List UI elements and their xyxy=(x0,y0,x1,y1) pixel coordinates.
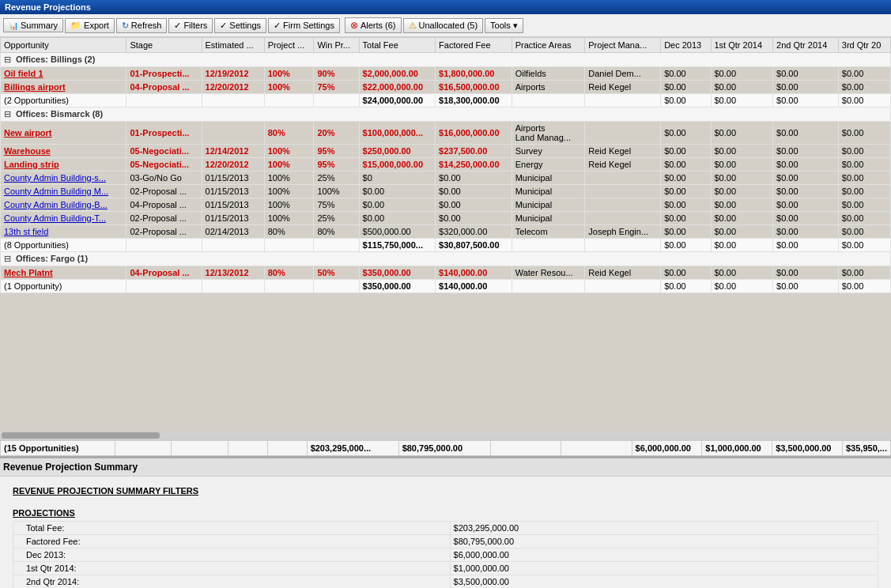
settings-icon: ✓ xyxy=(220,21,227,31)
projection-row-total-fee: Total Fee: $203,295,000.00 xyxy=(13,522,878,535)
total-fee-value: $203,295,000.00 xyxy=(450,522,878,535)
col-q1-2014: 1st Qtr 2014 xyxy=(711,38,773,53)
opportunity-link-billings-airport[interactable]: Billings airport xyxy=(4,82,66,92)
col-factored-fee: Factored Fee xyxy=(436,38,512,53)
subtotal-fargo: (1 Opportunity) $350,000.00 $140,000.00 … xyxy=(1,280,891,293)
opportunity-link-new-airport[interactable]: New airport xyxy=(4,128,52,138)
table-row: Landing strip 05-Negociati... 12/20/2012… xyxy=(1,158,891,172)
subtotal-billings: (2 Opportunities) $24,000,000.00 $18,300… xyxy=(1,94,891,107)
opportunity-link-county-t[interactable]: County Admin Building-T... xyxy=(4,213,106,223)
window-title: Revenue Projections xyxy=(0,0,891,14)
table-row: County Admin Building M... 02-Proposal .… xyxy=(1,185,891,198)
table-row: County Admin Building-B... 04-Proposal .… xyxy=(1,198,891,212)
col-total-fee: Total Fee xyxy=(359,38,436,53)
summary-icon: 📊 xyxy=(9,21,18,30)
horizontal-scrollbar[interactable] xyxy=(0,432,891,439)
col-manager: Project Mana... xyxy=(585,38,661,53)
refresh-button[interactable]: ↻ Refresh xyxy=(116,18,168,33)
group-fargo: ⊟ Offices: Fargo (1) xyxy=(1,252,891,266)
col-practice: Practice Areas xyxy=(512,38,585,53)
table-row: Mech Platnt 04-Proposal ... 12/13/2012 8… xyxy=(1,266,891,280)
settings-button[interactable]: ✓ Settings xyxy=(214,18,266,33)
projections-heading: PROJECTIONS xyxy=(13,508,878,518)
q1-2014-value: $1,000,000.00 xyxy=(450,562,878,575)
col-project: Project ... xyxy=(264,38,314,53)
table-row: Warehouse 05-Negociati... 12/14/2012 100… xyxy=(1,145,891,158)
col-win-pr: Win Pr... xyxy=(314,38,359,53)
summary-panel-title: Revenue Projection Summary xyxy=(0,458,891,477)
table-row: Oil field 1 01-Prospecti... 12/19/2012 1… xyxy=(1,67,891,81)
opportunity-link-county-m[interactable]: County Admin Building M... xyxy=(4,187,108,196)
projection-row-dec2013: Dec 2013: $6,000,000.00 xyxy=(13,548,878,562)
opportunity-link-landing-strip[interactable]: Landing strip xyxy=(4,160,59,169)
revenue-table: Opportunity Stage Estimated ... Project … xyxy=(0,37,891,293)
factored-fee-value: $80,795,000.00 xyxy=(450,535,878,548)
grand-q3-2014: $35,950,... xyxy=(843,441,891,456)
factored-fee-label: Factored Fee: xyxy=(13,535,451,548)
table-row: Billings airport 04-Proposal ... 12/20/2… xyxy=(1,81,891,94)
filters-button[interactable]: ✓ Filters xyxy=(168,18,213,33)
grand-q1-2014: $1,000,000.00 xyxy=(702,441,772,456)
refresh-icon: ↻ xyxy=(122,21,129,31)
opportunity-link-oilfield1[interactable]: Oil field 1 xyxy=(4,69,43,78)
col-estimated: Estimated ... xyxy=(202,38,264,53)
collapse-fargo-icon[interactable]: ⊟ xyxy=(4,254,11,263)
q2-2014-label: 2nd Qtr 2014: xyxy=(13,575,451,589)
grand-q2-2014: $3,500,000.00 xyxy=(772,441,843,456)
collapse-billings-icon[interactable]: ⊟ xyxy=(4,55,11,64)
col-q2-2014: 2nd Qtr 2014 xyxy=(773,38,839,53)
alert-icon: ⊗ xyxy=(350,20,358,31)
total-fee-label: Total Fee: xyxy=(13,522,451,535)
dec2013-value: $6,000,000.00 xyxy=(450,548,878,562)
opportunity-link-county-b[interactable]: County Admin Building-B... xyxy=(4,200,108,209)
projections-table: Total Fee: $203,295,000.00 Factored Fee:… xyxy=(13,521,878,588)
firm-settings-button[interactable]: ✓ Firm Settings xyxy=(268,18,340,33)
projection-row-q1-2014: 1st Qtr 2014: $1,000,000.00 xyxy=(13,562,878,575)
grand-total-label: (15 Opportunities) xyxy=(1,441,115,456)
grand-factored-fee: $80,795,000.00 xyxy=(398,441,490,456)
col-stage: Stage xyxy=(126,38,202,53)
tools-button[interactable]: Tools ▾ xyxy=(485,18,523,33)
export-button[interactable]: 📁 Export xyxy=(65,18,115,33)
col-dec2013: Dec 2013 xyxy=(661,38,711,53)
group-billings: ⊟ Offices: Billings (2) xyxy=(1,53,891,67)
dec2013-label: Dec 2013: xyxy=(13,548,451,562)
scrollbar-thumb[interactable] xyxy=(2,432,160,439)
export-icon: 📁 xyxy=(70,21,81,31)
main-table-container[interactable]: Opportunity Stage Estimated ... Project … xyxy=(0,37,891,432)
opportunity-link-county-s[interactable]: County Admin Building-s... xyxy=(4,173,106,183)
projection-row-q2-2014: 2nd Qtr 2014: $3,500,000.00 xyxy=(13,575,878,589)
q1-2014-label: 1st Qtr 2014: xyxy=(13,562,451,575)
grand-total-fee: $203,295,000... xyxy=(307,441,398,456)
grand-total-row: (15 Opportunities) $203,295,000... $80,7… xyxy=(1,441,891,456)
group-bismarck: ⊟ Offices: Bismarck (8) xyxy=(1,107,891,122)
summary-content: REVENUE PROJECTION SUMMARY FILTERS PROJE… xyxy=(6,483,885,588)
toolbar: 📊 Summary 📁 Export ↻ Refresh ✓ Filters ✓… xyxy=(0,14,891,37)
grand-dec2013: $6,000,000.00 xyxy=(632,441,702,456)
table-row: New airport 01-Prospecti... 80% 20% $100… xyxy=(1,122,891,145)
opportunity-link-mech-platnt[interactable]: Mech Platnt xyxy=(4,268,53,277)
warning-icon: ⚠ xyxy=(409,21,417,31)
table-row: County Admin Building-T... 02-Proposal .… xyxy=(1,212,891,225)
firm-settings-icon: ✓ xyxy=(274,21,281,31)
revenue-summary-panel: Revenue Projection Summary REVENUE PROJE… xyxy=(0,456,891,588)
unallocated-button[interactable]: ⚠ Unallocated (5) xyxy=(403,18,484,33)
filter-icon: ✓ xyxy=(174,21,181,31)
opportunity-link-13th-field[interactable]: 13th st field xyxy=(4,227,48,236)
q2-2014-value: $3,500,000.00 xyxy=(450,575,878,589)
projection-row-factored-fee: Factored Fee: $80,795,000.00 xyxy=(13,535,878,548)
opportunity-link-warehouse[interactable]: Warehouse xyxy=(4,146,51,156)
grand-total-bar: (15 Opportunities) $203,295,000... $80,7… xyxy=(0,439,891,456)
subtotal-bismarck: (8 Opportunities) $115,750,000... $30,80… xyxy=(1,239,891,252)
table-row: County Admin Building-s... 03-Go/No Go 0… xyxy=(1,172,891,185)
table-row: 13th st field 02-Proposal ... 02/14/2013… xyxy=(1,225,891,239)
filters-heading: REVENUE PROJECTION SUMMARY FILTERS xyxy=(13,486,878,496)
summary-button[interactable]: 📊 Summary xyxy=(3,18,63,32)
alerts-button[interactable]: ⊗ Alerts (6) xyxy=(345,17,402,33)
collapse-bismarck-icon[interactable]: ⊟ xyxy=(4,109,11,119)
col-opportunity: Opportunity xyxy=(1,38,126,53)
app-window: Revenue Projections 📊 Summary 📁 Export ↻… xyxy=(0,0,891,588)
table-header-row: Opportunity Stage Estimated ... Project … xyxy=(1,38,891,53)
col-q3-2014: 3rd Qtr 20 xyxy=(838,38,890,53)
